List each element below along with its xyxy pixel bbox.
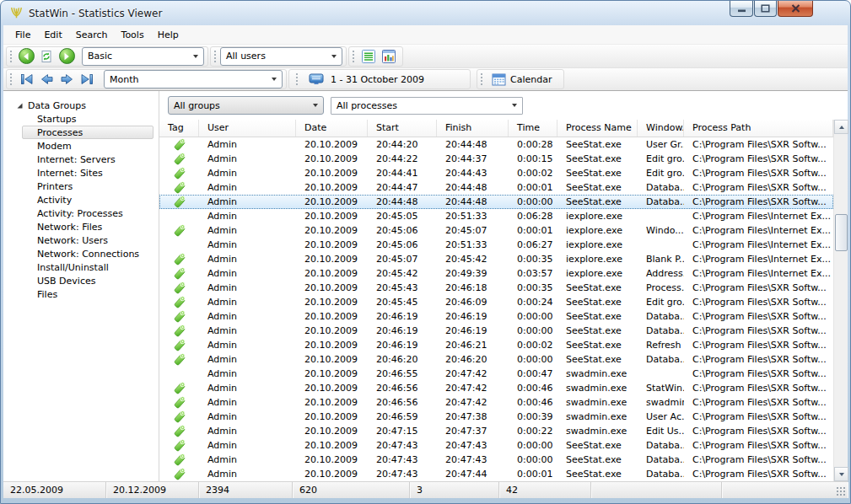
- menu-search[interactable]: Search: [69, 27, 115, 43]
- table-row[interactable]: Admin20.10.200920:46:1920:46:190:00:00Se…: [159, 324, 833, 338]
- chart-view-button[interactable]: [379, 47, 399, 66]
- table-row[interactable]: Admin20.10.200920:46:5620:47:420:00:46sw…: [159, 381, 833, 395]
- cell-finish: 20:49:39: [437, 268, 509, 279]
- sidebar-item-data-groups[interactable]: Data Groups: [3, 99, 159, 112]
- toolbar-grip[interactable]: [9, 50, 13, 63]
- first-period-button[interactable]: [16, 70, 36, 88]
- sidebar-item-printers[interactable]: Printers: [22, 180, 154, 193]
- toolbar-grip[interactable]: [295, 72, 299, 86]
- last-icon: [79, 72, 95, 87]
- previous-period-button[interactable]: [36, 70, 57, 88]
- tag-cell: [159, 138, 199, 151]
- table-row[interactable]: Admin20.10.200920:45:0620:45:070:00:01ie…: [159, 223, 833, 238]
- process-filter-combo[interactable]: All processes: [331, 97, 523, 115]
- column-header-window[interactable]: Window...: [638, 120, 684, 137]
- back-button[interactable]: [16, 47, 36, 66]
- table-row[interactable]: Admin20.10.200920:45:4520:46:090:00:24Se…: [159, 295, 833, 309]
- sidebar-item-network-connections[interactable]: Network: Connections: [22, 247, 154, 260]
- sidebar-item-internet-servers[interactable]: Internet: Servers: [22, 153, 154, 166]
- title-bar[interactable]: StatWin - Statistics Viewer: [1, 1, 850, 25]
- sidebar-item-install-uninstall[interactable]: Install/Uninstall: [22, 260, 154, 274]
- column-header-start[interactable]: Start: [368, 120, 437, 137]
- table-row[interactable]: Admin20.10.200920:47:1520:47:370:00:22sw…: [159, 424, 833, 438]
- table-row[interactable]: Admin20.10.200920:44:4820:44:480:00:00Se…: [159, 195, 833, 209]
- sidebar-item-network-files[interactable]: Network: Files: [22, 220, 154, 233]
- menu-edit[interactable]: Edit: [37, 27, 68, 43]
- table-row[interactable]: Admin20.10.200920:46:1920:46:190:00:00Se…: [159, 309, 833, 324]
- next-period-button[interactable]: [57, 70, 77, 88]
- table-row[interactable]: Admin20.10.200920:46:5620:47:420:00:46sw…: [159, 395, 833, 410]
- report-type-combo[interactable]: Basic: [82, 47, 204, 66]
- table-row[interactable]: Admin20.10.200920:44:2020:44:480:00:28Se…: [159, 137, 833, 152]
- scroll-down-icon: [839, 473, 844, 476]
- sidebar-item-usb-devices[interactable]: USB Devices: [22, 274, 154, 287]
- cell-date: 20.10.2009: [296, 297, 368, 308]
- calendar-button[interactable]: Calendar: [487, 70, 560, 88]
- scrollbar-thumb[interactable]: [835, 214, 848, 251]
- table-row[interactable]: Admin20.10.200920:45:0620:51:330:06:27ie…: [159, 238, 833, 252]
- toolbar-grip[interactable]: [213, 50, 217, 63]
- status-panel: [722, 482, 848, 498]
- sidebar-item-activity-processes[interactable]: Activity: Processes: [22, 206, 154, 220]
- cell-window: swadmin: [638, 397, 684, 408]
- maximize-button[interactable]: [754, 1, 777, 17]
- cell-time: 0:00:24: [509, 297, 557, 308]
- tag-icon: [173, 453, 186, 466]
- table-row[interactable]: Admin20.10.200920:46:1920:46:210:00:02Se…: [159, 338, 833, 352]
- table-row[interactable]: Admin20.10.200920:45:4320:46:180:00:35Se…: [159, 281, 833, 295]
- menu-file[interactable]: File: [8, 27, 37, 43]
- sidebar-item-network-users[interactable]: Network: Users: [22, 233, 154, 247]
- last-period-button[interactable]: [77, 70, 97, 88]
- sidebar-item-processes[interactable]: Processes: [22, 126, 154, 139]
- sidebar-item-files[interactable]: Files: [22, 287, 154, 301]
- refresh-button[interactable]: [36, 47, 57, 66]
- menu-help[interactable]: Help: [151, 27, 186, 43]
- cell-window: Process...: [638, 282, 684, 293]
- list-view-button[interactable]: [358, 47, 379, 66]
- menu-tools[interactable]: Tools: [115, 27, 151, 43]
- cell-path: C:\Program Files\SXR Softw...: [684, 469, 833, 480]
- close-button[interactable]: [778, 1, 813, 17]
- forward-button[interactable]: [57, 47, 77, 66]
- table-row[interactable]: Admin20.10.200920:45:0520:51:330:06:28ie…: [159, 209, 833, 223]
- column-header-date[interactable]: Date: [296, 120, 368, 137]
- sidebar-item-activity[interactable]: Activity: [22, 193, 154, 206]
- column-header-process-name[interactable]: Process Name: [557, 120, 638, 137]
- column-header-process-path[interactable]: Process Path: [684, 120, 833, 137]
- table-row[interactable]: Admin20.10.200920:47:4320:47:430:00:00Se…: [159, 438, 833, 453]
- table-row[interactable]: Admin20.10.200920:44:4120:44:430:00:02Se…: [159, 166, 833, 180]
- period-type-combo[interactable]: Month: [104, 70, 283, 88]
- sidebar-item-internet-sites[interactable]: Internet: Sites: [22, 166, 154, 180]
- cell-process: SeeStat.exe: [557, 469, 638, 480]
- resize-grip[interactable]: [836, 486, 846, 496]
- toolbar-grip[interactable]: [9, 72, 13, 86]
- minimize-button[interactable]: [730, 1, 753, 17]
- groups-filter-combo[interactable]: All groups: [168, 96, 324, 115]
- toolbar-grip[interactable]: [352, 50, 355, 63]
- chevron-down-icon: [267, 72, 281, 87]
- table-row[interactable]: Admin20.10.200920:44:2220:44:370:00:15Se…: [159, 152, 833, 166]
- table-body: Admin20.10.200920:44:2020:44:480:00:28Se…: [159, 137, 833, 481]
- column-header-time[interactable]: Time: [509, 120, 557, 137]
- table-row[interactable]: Admin20.10.200920:47:4320:47:430:00:00Se…: [159, 453, 833, 467]
- status-panel: [591, 482, 722, 498]
- table-row[interactable]: Admin20.10.200920:46:5520:47:420:00:47sw…: [159, 367, 833, 381]
- sidebar-item-startups[interactable]: Startups: [22, 112, 154, 126]
- table-row[interactable]: Admin20.10.200920:47:4320:47:440:00:01Se…: [159, 467, 833, 481]
- table-row[interactable]: Admin20.10.200920:46:5920:47:380:00:39sw…: [159, 410, 833, 424]
- table-row[interactable]: Admin20.10.200920:44:4720:44:480:00:01Se…: [159, 180, 833, 195]
- scroll-up-button[interactable]: [834, 120, 848, 134]
- table-row[interactable]: Admin20.10.200920:45:4220:49:390:03:57ie…: [159, 266, 833, 281]
- scroll-down-button[interactable]: [834, 467, 848, 481]
- sidebar-item-modem[interactable]: Modem: [22, 139, 154, 153]
- column-header-tag[interactable]: Tag: [159, 120, 199, 137]
- column-header-finish[interactable]: Finish: [437, 120, 509, 137]
- column-header-user[interactable]: User: [199, 120, 296, 137]
- period-toolbar: Month 1 - 31 October 2009: [3, 68, 848, 91]
- cell-process: SeeStat.exe: [557, 139, 638, 150]
- users-combo[interactable]: All users: [220, 47, 342, 66]
- toolbar-grip[interactable]: [480, 72, 483, 86]
- table-row[interactable]: Admin20.10.200920:46:2020:46:200:00:00Se…: [159, 352, 833, 367]
- vertical-scrollbar[interactable]: [833, 120, 848, 481]
- table-row[interactable]: Admin20.10.200920:45:0720:45:420:00:35ie…: [159, 252, 833, 266]
